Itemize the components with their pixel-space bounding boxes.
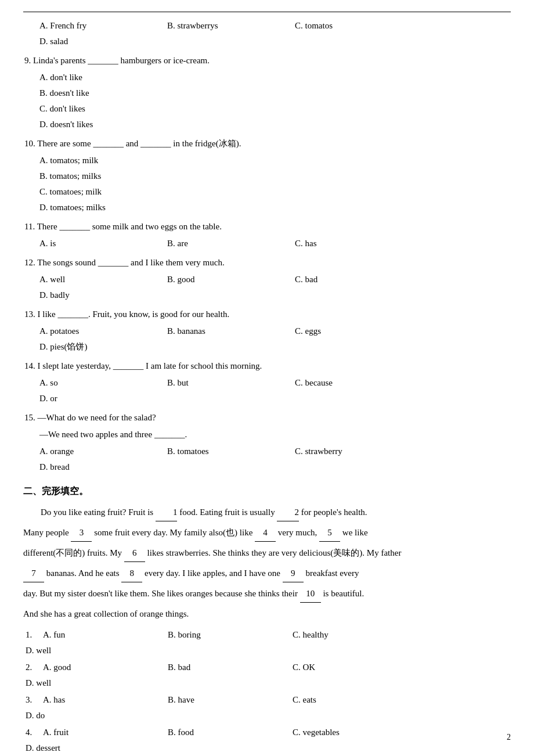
- ans3-a: A. has: [43, 692, 168, 708]
- option-c: C. tomatos: [295, 18, 423, 34]
- q15-opt-c: C. strawberry: [295, 444, 423, 459]
- ans2-b: B. bad: [168, 660, 293, 675]
- ans3-num: 3.: [26, 692, 43, 708]
- ans2-d: D. well: [26, 675, 150, 691]
- q15-options: A. orange B. tomatoes C. strawberry D. b…: [23, 444, 511, 475]
- ans2-a: A. good: [43, 660, 168, 675]
- q11-opt-c: C. has: [295, 236, 423, 251]
- top-divider: [23, 12, 511, 12]
- question-14: 14. I slept late yesterday, _______ I am…: [23, 358, 511, 406]
- q15-text1: 15. —What do we need for the salad?: [24, 410, 156, 426]
- passage-line5: day. But my sister doesn't like them. Sh…: [23, 585, 511, 603]
- q12-text: 12. The songs sound _______ and I like t…: [24, 255, 225, 271]
- q10-opt-c: C. tomatoes; milk: [39, 184, 283, 200]
- q13-text: 13. I like _______. Fruit, you know, is …: [24, 307, 229, 322]
- ans-row-4: 4. A. fruit B. food C. vegetables D. des…: [23, 725, 511, 756]
- blank-8: 8: [121, 564, 142, 582]
- q13-opt-b: B. bananas: [167, 323, 295, 339]
- q14-opt-d: D. or: [39, 391, 167, 406]
- q-prev-options: A. French fry B. strawberrys C. tomatos …: [23, 18, 511, 49]
- passage-line1: Do you like eating fruit? Fruit is 1 foo…: [23, 503, 511, 521]
- q14-line: 14. I slept late yesterday, _______ I am…: [23, 358, 511, 374]
- q13-opt-a: A. potatoes: [39, 323, 167, 339]
- blank-4: 4: [255, 524, 276, 542]
- passage-line6: And she has a great collection of orange…: [23, 605, 511, 622]
- question-9: 9. Linda's parents _______ hamburgers or…: [23, 53, 511, 132]
- q15-line1: 15. —What do we need for the salad?: [23, 410, 511, 426]
- q12-line: 12. The songs sound _______ and I like t…: [23, 255, 511, 271]
- section2-title: 二、完形填空。: [23, 483, 511, 500]
- blank-10: 10: [300, 585, 321, 603]
- ans-row-1: 1. A. fun B. boring C. healthy D. well: [23, 627, 511, 658]
- q15-opt-a: A. orange: [39, 444, 167, 459]
- ans1-b: B. boring: [168, 627, 293, 643]
- q15-line2: —We need two apples and three _______.: [23, 427, 511, 442]
- ans1-a: A. fun: [43, 627, 168, 643]
- ans3-c: C. eats: [293, 692, 417, 708]
- question-12: 12. The songs sound _______ and I like t…: [23, 255, 511, 303]
- option-b: B. strawberrys: [167, 18, 295, 34]
- q10-opt-a: A. tomatos; milk: [39, 153, 283, 168]
- q11-opt-b: B. are: [167, 236, 295, 251]
- page-number: 2: [507, 730, 511, 744]
- q14-opt-a: A. so: [39, 375, 167, 391]
- blank-3: 3: [71, 524, 92, 542]
- q14-options: A. so B. but C. because D. or: [23, 375, 511, 406]
- ans1-c: C. healthy: [293, 627, 417, 643]
- question-13: 13. I like _______. Fruit, you know, is …: [23, 307, 511, 355]
- ans4-b: B. food: [168, 725, 293, 740]
- ans4-d: D. dessert: [26, 740, 150, 756]
- q12-opt-d: D. badly: [39, 287, 167, 303]
- question-10: 10. There are some _______ and _______ i…: [23, 136, 511, 215]
- ans4-a: A. fruit: [43, 725, 168, 740]
- passage-line3: different(不同的) fruits. My 6 likes strawb…: [23, 544, 511, 562]
- q12-opt-b: B. good: [167, 272, 295, 287]
- blank-5: 5: [319, 524, 340, 542]
- blank-6: 6: [124, 544, 145, 562]
- ans4-num: 4.: [26, 725, 43, 740]
- q14-text: 14. I slept late yesterday, _______ I am…: [24, 358, 262, 374]
- blank-7: 7: [23, 564, 44, 582]
- q13-line: 13. I like _______. Fruit, you know, is …: [23, 307, 511, 322]
- ans1-d: D. well: [26, 643, 150, 658]
- q12-opt-a: A. well: [39, 272, 167, 287]
- ans3-d: D. do: [26, 708, 150, 723]
- q15-text2: —We need two apples and three _______.: [39, 427, 187, 442]
- q15-opt-d: D. bread: [39, 459, 167, 475]
- q10-text: 10. There are some _______ and _______ i…: [24, 136, 241, 152]
- q10-opt-b: B. tomatos; milks: [39, 168, 283, 184]
- q14-opt-b: B. but: [167, 375, 295, 391]
- ans-row-3: 3. A. has B. have C. eats D. do: [23, 692, 511, 723]
- q9-text: 9. Linda's parents _______ hamburgers or…: [24, 53, 210, 69]
- ans2-num: 2.: [26, 660, 43, 675]
- ans-row-2: 2. A. good B. bad C. OK D. well: [23, 660, 511, 691]
- q9-opt-c: C. don't likes: [39, 101, 283, 117]
- q10-line: 10. There are some _______ and _______ i…: [23, 136, 511, 152]
- passage-line2: Many people 3 some fruit every day. My f…: [23, 524, 511, 542]
- q12-options: A. well B. good C. bad D. badly: [23, 272, 511, 303]
- q9-opt-d: D. doesn't likes: [39, 117, 283, 132]
- blank-2: 2: [277, 503, 299, 521]
- q14-opt-c: C. because: [295, 375, 423, 391]
- q11-options: A. is B. are C. has: [23, 236, 511, 251]
- ans3-b: B. have: [168, 692, 293, 708]
- blank-1: 1: [156, 503, 178, 521]
- ans1-num: 1.: [26, 627, 43, 643]
- q13-opt-d: D. pies(馅饼): [39, 339, 167, 355]
- q11-line: 11. There _______ some milk and two eggs…: [23, 219, 511, 235]
- q12-opt-c: C. bad: [295, 272, 423, 287]
- q9-opt-b: B. doesn't like: [39, 85, 283, 101]
- blank-9: 9: [283, 564, 304, 582]
- q13-options: A. potatoes B. bananas C. eggs D. pies(馅…: [23, 323, 511, 355]
- passage-line4: 7 bananas. And he eats 8 every day. I li…: [23, 564, 511, 582]
- q10-options: A. tomatos; milk B. tomatos; milks C. to…: [23, 153, 511, 215]
- ans4-c: C. vegetables: [293, 725, 417, 740]
- q9-options: A. don't like B. doesn't like C. don't l…: [23, 70, 511, 132]
- q11-text: 11. There _______ some milk and two eggs…: [24, 219, 222, 235]
- question-15: 15. —What do we need for the salad? —We …: [23, 410, 511, 475]
- ans2-c: C. OK: [293, 660, 417, 675]
- q13-opt-c: C. eggs: [295, 323, 423, 339]
- option-a: A. French fry: [39, 18, 167, 34]
- q9-line: 9. Linda's parents _______ hamburgers or…: [23, 53, 511, 69]
- q10-opt-d: D. tomatoes; milks: [39, 200, 283, 215]
